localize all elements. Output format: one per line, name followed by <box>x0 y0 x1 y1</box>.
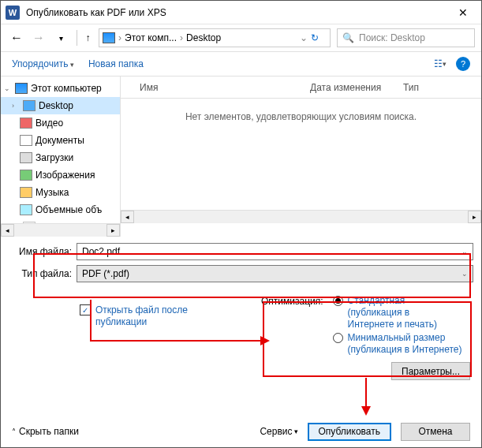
list-header: Имя Дата изменения Тип <box>121 77 481 99</box>
cancel-button[interactable]: Отмена <box>401 423 470 441</box>
hide-folders-label: Скрыть папки <box>19 426 79 437</box>
pc-icon <box>15 83 28 94</box>
chevron-right-icon[interactable]: › <box>12 102 20 110</box>
cube-icon <box>20 204 32 215</box>
optimization-label: Оптимизация: <box>261 295 323 357</box>
scroll-right-icon[interactable]: ▸ <box>468 211 481 223</box>
col-date[interactable]: Дата изменения <box>310 82 403 93</box>
tree-item-downloads[interactable]: Загрузки <box>1 149 120 166</box>
publish-label: Опубликовать <box>319 426 380 437</box>
tree-label: Документы <box>35 135 84 146</box>
search-icon: 🔍 <box>342 32 354 43</box>
col-type[interactable]: Тип <box>403 82 481 93</box>
radio-minimal-label: Минимальный размер (публикация в Интерне… <box>348 332 466 356</box>
radio-standard[interactable] <box>333 296 343 306</box>
dropdown-icon[interactable]: ⌄ <box>461 248 468 256</box>
chevron-down-icon[interactable]: ⌄ <box>4 84 12 92</box>
annotation-arrow <box>365 378 367 408</box>
tree-label: Desktop <box>39 100 73 111</box>
empty-message: Нет элементов, удовлетворяющих условиям … <box>121 99 481 210</box>
tree-item-desktop[interactable]: › Desktop <box>1 97 120 114</box>
organize-menu[interactable]: Упорядочить <box>12 58 74 69</box>
tree-item-music[interactable]: Музыка <box>1 184 120 201</box>
hide-folders-link[interactable]: ˄ Скрыть папки <box>12 426 79 437</box>
new-folder-button[interactable]: Новая папка <box>88 58 144 69</box>
help-icon[interactable]: ? <box>456 57 470 71</box>
search-placeholder: Поиск: Desktop <box>359 32 425 43</box>
filename-input[interactable]: Doc2.pdf ⌄ <box>77 243 473 260</box>
tree-item-system[interactable]: › SYSTEM (C:) <box>1 218 120 223</box>
scrollbar-horizontal[interactable] <box>134 211 468 223</box>
folder-tree[interactable]: ⌄ Этот компьютер › Desktop Видео Докумен… <box>1 77 121 223</box>
tree-label: Музыка <box>35 187 69 198</box>
view-mode-icon[interactable]: ☷ <box>431 56 450 72</box>
tree-label: Объемные объ <box>35 204 102 215</box>
pictures-icon <box>20 170 32 181</box>
radio-standard-label: Стандартная (публикация в Интернете и пе… <box>348 295 458 330</box>
tree-label: Видео <box>35 118 63 129</box>
filetype-value: PDF (*.pdf) <box>82 268 129 279</box>
tree-item-pictures[interactable]: Изображения <box>1 166 120 184</box>
up-icon[interactable]: ↑ <box>77 30 92 46</box>
search-input[interactable]: 🔍 Поиск: Desktop <box>337 28 475 47</box>
chevron-down-icon: ▾ <box>294 427 298 435</box>
cancel-label: Отмена <box>418 426 452 437</box>
tree-root-label: Этот компьютер <box>31 83 102 94</box>
filetype-combo[interactable]: PDF (*.pdf) ⌄ <box>77 265 473 282</box>
forward-icon[interactable]: → <box>29 28 48 47</box>
breadcrumb-folder[interactable]: Desktop <box>186 32 221 43</box>
video-icon <box>20 118 32 129</box>
drive-icon <box>23 222 35 223</box>
col-name[interactable]: Имя <box>121 82 310 93</box>
chevron-right-icon: › <box>118 32 121 43</box>
breadcrumb[interactable]: › Этот комп... › Desktop ⌄ ↻ <box>99 28 331 47</box>
params-label: Параметры... <box>402 366 460 377</box>
tree-root[interactable]: ⌄ Этот компьютер <box>1 80 120 97</box>
chevron-right-icon: › <box>180 32 183 43</box>
close-icon[interactable]: ✕ <box>445 1 481 24</box>
tree-scrollbar[interactable] <box>14 224 106 237</box>
word-app-icon: W <box>6 6 20 20</box>
filetype-label: Тип файла: <box>9 268 77 279</box>
tree-label: SYSTEM (C:) <box>39 222 96 223</box>
window-title: Опубликовать как PDF или XPS <box>26 7 445 18</box>
tree-scroll-left-icon[interactable]: ◂ <box>1 224 14 237</box>
publish-button[interactable]: Опубликовать <box>308 423 391 441</box>
open-after-label: Открыть файл после публикации <box>95 304 206 328</box>
refresh-icon[interactable]: ↻ <box>311 32 327 43</box>
tree-item-3d[interactable]: Объемные объ <box>1 201 120 218</box>
recent-dropdown-icon[interactable]: ▾ <box>51 28 70 47</box>
params-button[interactable]: Параметры... <box>391 362 470 380</box>
open-after-checkbox[interactable]: ✓ <box>80 304 91 315</box>
tools-label: Сервис <box>260 426 292 437</box>
downloads-icon <box>20 152 32 163</box>
breadcrumb-pc[interactable]: Этот комп... <box>125 32 177 43</box>
dropdown-icon[interactable]: ⌄ <box>461 270 468 278</box>
documents-icon <box>20 135 32 146</box>
tree-label: Загрузки <box>35 152 73 163</box>
radio-minimal[interactable] <box>333 333 343 343</box>
pc-icon <box>103 32 115 43</box>
desktop-icon <box>23 100 35 111</box>
music-icon <box>20 187 32 198</box>
tools-menu[interactable]: Сервис ▾ <box>260 426 297 437</box>
tree-item-documents[interactable]: Документы <box>1 132 120 149</box>
filename-value: Doc2.pdf <box>82 246 120 257</box>
back-icon[interactable]: ← <box>7 28 26 47</box>
chevron-down-icon[interactable]: ⌄ <box>300 32 308 43</box>
scroll-left-icon[interactable]: ◂ <box>121 211 134 223</box>
tree-label: Изображения <box>35 170 95 181</box>
chevron-up-icon: ˄ <box>12 427 16 436</box>
filename-label: Имя файла: <box>9 246 77 257</box>
tree-scroll-right-icon[interactable]: ▸ <box>106 224 120 237</box>
tree-item-video[interactable]: Видео <box>1 114 120 132</box>
